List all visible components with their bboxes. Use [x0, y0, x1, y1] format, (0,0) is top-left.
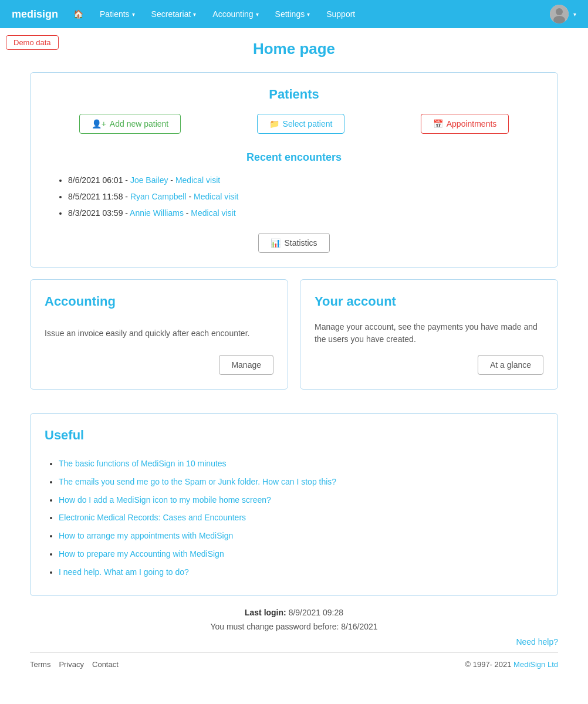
- useful-link-4[interactable]: Electronic Medical Records: Cases and En…: [59, 513, 246, 522]
- nav-secretariat[interactable]: Secretariat ▾: [146, 6, 202, 22]
- nav-accounting[interactable]: Accounting ▾: [207, 6, 264, 22]
- useful-card: Useful The basic functions of MediSign i…: [30, 413, 558, 596]
- two-col-section: Accounting Issue an invoice easily and q…: [30, 279, 558, 401]
- encounter-type-3[interactable]: Medical visit: [191, 208, 235, 218]
- useful-link-5[interactable]: How to arrange my appointments with Medi…: [59, 531, 233, 540]
- at-a-glance-button[interactable]: At a glance: [478, 355, 543, 375]
- encounter-patient-2[interactable]: Ryan Campbell: [130, 192, 187, 201]
- nav-patients[interactable]: Patients ▾: [94, 6, 141, 22]
- your-account-description: Manage your account, see the payments yo…: [315, 321, 543, 346]
- list-item: The basic functions of MediSign in 10 mi…: [59, 455, 543, 473]
- useful-link-3[interactable]: How do I add a MediSign icon to my mobil…: [59, 495, 271, 505]
- brand-logo[interactable]: medisign: [12, 8, 58, 21]
- list-item: 8/6/2021 06:01 - Joe Bailey - Medical vi…: [68, 172, 543, 188]
- last-login-label: Last login:: [245, 608, 286, 617]
- home-icon: 🏠: [73, 9, 83, 19]
- encounters-list: 8/6/2021 06:01 - Joe Bailey - Medical vi…: [45, 172, 543, 221]
- encounter-date-1: 8/6/2021 06:01 -: [68, 175, 130, 185]
- your-account-card: Your account Manage your account, see th…: [300, 279, 558, 390]
- encounter-date-3: 8/3/2021 03:59 -: [68, 208, 130, 218]
- contact-link[interactable]: Contact: [92, 660, 119, 669]
- useful-link-7[interactable]: I need help. What am I going to do?: [59, 567, 189, 577]
- privacy-link[interactable]: Privacy: [59, 660, 84, 669]
- need-help-link[interactable]: Need help?: [516, 637, 558, 647]
- nav-settings[interactable]: Settings ▾: [269, 6, 316, 22]
- select-patient-button[interactable]: 📁 Select patient: [257, 114, 345, 134]
- list-item: I need help. What am I going to do?: [59, 563, 543, 581]
- list-item: Electronic Medical Records: Cases and En…: [59, 509, 543, 527]
- password-change-text: You must change password before: 8/16/20…: [30, 622, 558, 631]
- page-title: Home page: [30, 40, 558, 58]
- statistics-button[interactable]: 📊 Statistics: [258, 233, 329, 253]
- encounter-patient-1[interactable]: Joe Bailey: [130, 175, 168, 185]
- recent-encounters-title: Recent encounters: [45, 151, 543, 164]
- your-account-title: Your account: [315, 294, 543, 309]
- need-help-wrap: Need help?: [30, 637, 558, 647]
- demo-data-button[interactable]: Demo data: [6, 35, 59, 50]
- add-new-patient-button[interactable]: 👤+ Add new patient: [79, 114, 181, 134]
- bar-chart-icon: 📊: [271, 238, 281, 248]
- accounting-description: Issue an invoice easily and quickly afte…: [45, 327, 273, 340]
- footer-info: Last login: 8/9/2021 09:28 You must chan…: [30, 608, 558, 631]
- list-item: How do I add a MediSign icon to my mobil…: [59, 491, 543, 509]
- patients-buttons: 👤+ Add new patient 📁 Select patient 📅 Ap…: [45, 114, 543, 134]
- useful-title: Useful: [45, 428, 543, 443]
- useful-link-6[interactable]: How to prepare my Accounting with MediSi…: [59, 549, 224, 559]
- main-content: Home page Patients 👤+ Add new patient 📁 …: [18, 28, 570, 692]
- encounter-date-2: 8/5/2021 11:58 -: [68, 192, 130, 201]
- avatar[interactable]: [550, 5, 569, 23]
- terms-link[interactable]: Terms: [30, 660, 50, 669]
- calendar-icon: 📅: [433, 119, 443, 128]
- chevron-down-icon: ▾: [256, 11, 259, 18]
- list-item: How to arrange my appointments with Medi…: [59, 527, 543, 545]
- last-login-value: 8/9/2021 09:28: [289, 608, 343, 617]
- useful-list: The basic functions of MediSign in 10 mi…: [45, 455, 543, 581]
- your-account-btn-wrap: At a glance: [315, 355, 543, 375]
- encounter-type-2[interactable]: Medical visit: [194, 192, 238, 201]
- statistics-btn-wrap: 📊 Statistics: [45, 233, 543, 253]
- footer-left-links: Terms Privacy Contact: [30, 660, 119, 669]
- nav-home[interactable]: 🏠: [67, 6, 89, 22]
- encounter-patient-3[interactable]: Annie Williams: [130, 208, 184, 218]
- useful-link-1[interactable]: The basic functions of MediSign in 10 mi…: [59, 459, 227, 468]
- chevron-down-icon: ▾: [132, 11, 135, 18]
- appointments-button[interactable]: 📅 Appointments: [421, 114, 509, 134]
- accounting-card: Accounting Issue an invoice easily and q…: [30, 279, 288, 390]
- nav-support[interactable]: Support: [320, 6, 361, 22]
- list-item: 8/5/2021 11:58 - Ryan Campbell - Medical…: [68, 188, 543, 205]
- navbar-right: ▾: [550, 5, 576, 23]
- patients-section-title: Patients: [45, 87, 543, 102]
- folder-icon: 📁: [269, 119, 279, 128]
- accounting-title: Accounting: [45, 294, 273, 309]
- footer-links: Terms Privacy Contact © 1997- 2021 MediS…: [30, 652, 558, 669]
- patients-card: Patients 👤+ Add new patient 📁 Select pat…: [30, 72, 558, 268]
- encounter-type-1[interactable]: Medical visit: [175, 175, 220, 185]
- company-link[interactable]: MediSign Ltd: [513, 660, 558, 669]
- list-item: How to prepare my Accounting with MediSi…: [59, 545, 543, 563]
- navbar: medisign 🏠 Patients ▾ Secretariat ▾ Acco…: [0, 0, 588, 28]
- manage-button[interactable]: Manage: [219, 355, 273, 375]
- person-add-icon: 👤+: [92, 119, 106, 128]
- chevron-down-icon: ▾: [307, 11, 310, 18]
- footer-copyright: © 1997- 2021 MediSign Ltd: [465, 660, 559, 669]
- useful-link-2[interactable]: The emails you send me go to the Spam or…: [59, 477, 336, 486]
- list-item: 8/3/2021 03:59 - Annie Williams - Medica…: [68, 205, 543, 221]
- svg-point-1: [556, 8, 563, 15]
- accounting-btn-wrap: Manage: [45, 355, 273, 375]
- chevron-down-icon: ▾: [193, 11, 196, 18]
- list-item: The emails you send me go to the Spam or…: [59, 473, 543, 491]
- chevron-down-icon: ▾: [573, 11, 576, 18]
